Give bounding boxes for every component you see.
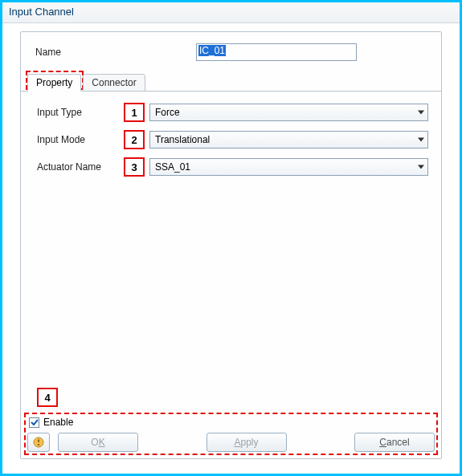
name-row: Name IC_01	[21, 32, 441, 71]
svg-point-1	[38, 444, 39, 445]
enable-row: Enable	[26, 414, 436, 433]
annotation-marker-3: 3	[124, 157, 145, 177]
apply-u: A	[234, 437, 240, 448]
row-input-mode: Input Mode 2 Translational	[37, 130, 428, 149]
help-button[interactable]	[27, 433, 50, 452]
tabs: Property Connector	[21, 71, 441, 92]
cancel-post: ancel	[386, 437, 410, 448]
button-row: OK Apply Cancel	[26, 433, 436, 454]
apply-button[interactable]: Apply	[206, 433, 287, 452]
label-actuator-name: Actuator Name	[37, 161, 124, 173]
row-actuator-name: Actuator Name 3 SSA_01	[37, 157, 428, 177]
window: Input Channel Name IC_01 Property Connec…	[0, 0, 462, 476]
apply-post: pply	[241, 437, 259, 448]
cancel-u: C	[379, 437, 386, 448]
name-label: Name	[35, 47, 196, 58]
annotation-marker-2: 2	[124, 130, 145, 149]
name-input[interactable]: IC_01	[196, 43, 357, 61]
ok-button[interactable]: OK	[58, 433, 138, 452]
tab-connector[interactable]: Connector	[83, 74, 145, 92]
tab-content-property: Input Type 1 Force Input Mode 2 Translat…	[21, 92, 441, 191]
help-icon	[32, 436, 45, 449]
bottom-bar: Enable OK Apply	[26, 414, 436, 454]
enable-checkbox[interactable]	[29, 417, 39, 428]
dropdown-input-mode-value: Translational	[155, 134, 210, 145]
window-title: Input Channel	[2, 2, 460, 23]
chevron-down-icon	[418, 165, 424, 169]
name-input-value: IC_01	[198, 45, 226, 56]
chevron-down-icon	[418, 111, 424, 115]
ok-u: K	[99, 437, 105, 448]
row-input-type: Input Type 1 Force	[37, 103, 428, 122]
dropdown-input-type[interactable]: Force	[149, 104, 428, 121]
dropdown-input-mode[interactable]: Translational	[149, 131, 428, 148]
tab-property[interactable]: Property	[27, 74, 81, 92]
annotation-marker-4: 4	[37, 388, 58, 407]
dropdown-input-type-value: Force	[155, 107, 180, 118]
ok-pre: O	[91, 437, 98, 448]
dialog-panel: Name IC_01 Property Connector Input Type…	[20, 31, 442, 459]
cancel-button[interactable]: Cancel	[354, 433, 435, 452]
annotation-marker-1: 1	[124, 103, 145, 122]
enable-label: Enable	[43, 417, 73, 428]
dropdown-actuator-name[interactable]: SSA_01	[149, 158, 428, 176]
label-input-type: Input Type	[37, 107, 124, 118]
chevron-down-icon	[418, 138, 424, 142]
check-icon	[31, 418, 39, 426]
label-input-mode: Input Mode	[37, 134, 124, 145]
dropdown-actuator-name-value: SSA_01	[155, 161, 190, 173]
